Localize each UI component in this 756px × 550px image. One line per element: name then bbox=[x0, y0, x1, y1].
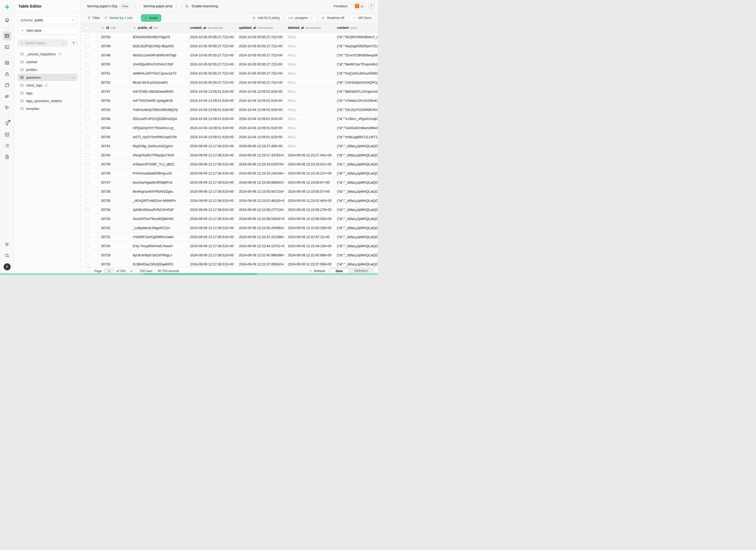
cell-content[interactable]: {"id":"3-O8cn_xPgs0cVxqKE bbox=[334, 114, 378, 123]
cell-updated_at[interactable]: 2024-09-09 12:22:37.955419+00 bbox=[236, 260, 285, 267]
schema-select[interactable]: schema:public bbox=[18, 16, 77, 24]
cell-public_id[interactable]: _La6pddxcKJIbgufATJ1n bbox=[130, 223, 187, 232]
cell-public_id[interactable]: DGEJfJZPQUV9Q-IBqsNSi bbox=[130, 42, 187, 50]
row-checkbox[interactable] bbox=[85, 199, 89, 203]
cell-id[interactable]: 30729 bbox=[98, 251, 130, 259]
cell-deleted_at[interactable]: NULL bbox=[285, 42, 334, 50]
cell-public_id[interactable]: zHDq4c0F0VBF_TL2_dBZ1 bbox=[130, 160, 187, 169]
cell-id[interactable]: 30748 bbox=[98, 51, 130, 59]
row-checkbox[interactable] bbox=[85, 108, 89, 112]
plan-badge[interactable]: Free bbox=[119, 4, 131, 9]
rail-item-advisors[interactable] bbox=[3, 119, 11, 128]
cell-created_at[interactable]: 2024-09-09 12:17:36.515+00 bbox=[187, 251, 236, 259]
search-tables-input[interactable] bbox=[25, 41, 60, 45]
cell-content[interactable]: {"id":"fvrQ1bXoJ6XaAD08G bbox=[334, 69, 378, 78]
cell-public_id[interactable]: 1hnRQjxSRm2V0VticY2NF bbox=[130, 60, 187, 69]
breadcrumb-org[interactable]: farming-paper's Org bbox=[87, 4, 117, 8]
cell-content[interactable]: {"id":"sTsWaLCPsVA2WuK2 bbox=[334, 96, 378, 105]
cell-public_id[interactable]: FHHUioa3bidd00BHyLeZt bbox=[130, 169, 187, 178]
cell-public_id[interactable]: XPQwDIqY6Y75SwDnU-qr_ bbox=[130, 123, 187, 132]
cell-content[interactable]: {"id":"_Id9aLyJpMHQLaiQC bbox=[334, 196, 378, 205]
cell-updated_at[interactable]: 2024-10-05 00:55:27.722+00 bbox=[236, 51, 285, 59]
cell-deleted_at[interactable]: NULL bbox=[285, 123, 334, 132]
rail-item-auth[interactable] bbox=[3, 70, 11, 78]
rail-item-database[interactable] bbox=[3, 58, 11, 67]
cell-updated_at[interactable]: 2024-09-09 12:23:27.459+00 bbox=[236, 142, 285, 150]
tab-data[interactable]: Data bbox=[330, 269, 349, 274]
cell-deleted_at[interactable]: NULL bbox=[285, 78, 334, 87]
cell-content[interactable]: {"id":"_Id9aLyJpMHQLaiQC bbox=[334, 160, 378, 169]
cell-content[interactable]: {"id":"rtHbLpgB8V11LUK7152 bbox=[334, 132, 378, 141]
cell-updated_at[interactable]: 2024-10-05 00:55:27.722+00 bbox=[236, 42, 285, 50]
cell-public_id[interactable]: NhXEo1Xw04FnB4RzWTNjb bbox=[130, 51, 187, 59]
row-checkbox[interactable] bbox=[85, 162, 89, 166]
cell-public_id[interactable]: xrETI_HyGY0mPMGVqtOTM bbox=[130, 132, 187, 141]
cell-updated_at[interactable]: 2024-09-09 12:22:59.277128+00 bbox=[236, 205, 285, 214]
cell-public_id[interactable]: RiqOV6p_5wihLeIAEQyhU bbox=[130, 142, 187, 150]
add-rls-policy-button[interactable]: Add RLS policy bbox=[249, 14, 283, 21]
cell-updated_at[interactable]: 2024-09-09 12:23:08.668542+00 bbox=[236, 178, 285, 187]
cell-created_at[interactable]: 2024-09-09 12:17:36.515+00 bbox=[187, 196, 236, 205]
row-checkbox[interactable] bbox=[85, 81, 89, 84]
rail-item-storage[interactable] bbox=[3, 81, 11, 90]
table-options-button[interactable]: … bbox=[71, 77, 75, 78]
cell-updated_at[interactable]: 2024-09-09 12:22:44.13721+00 bbox=[236, 242, 285, 250]
row-checkbox[interactable] bbox=[85, 144, 89, 148]
rail-item-edge-functions[interactable] bbox=[3, 103, 11, 112]
cell-created_at[interactable]: 2024-09-09 12:17:36.515+00 bbox=[187, 142, 236, 150]
refresh-button[interactable]: Refresh bbox=[309, 269, 325, 273]
column-header-deleted_at[interactable]: deleted_attimestamptz bbox=[285, 23, 334, 32]
column-menu-icon[interactable] bbox=[182, 26, 185, 29]
column-menu-icon[interactable] bbox=[124, 26, 127, 29]
cell-content[interactable]: {"id":"_Id9aLyJpMHQLaiQC bbox=[334, 205, 378, 214]
row-checkbox[interactable] bbox=[85, 217, 89, 221]
cell-updated_at[interactable]: 2024-10-04 13:09:01.519+00 bbox=[236, 105, 285, 114]
cell-id[interactable]: 30751 bbox=[98, 69, 130, 78]
cell-content[interactable]: {"id":"5b7j5Pz9WHBNmY_A bbox=[334, 32, 378, 41]
cell-content[interactable]: {"id":"_Id9aLyJpMHQLaiQC bbox=[334, 178, 378, 187]
row-checkbox[interactable] bbox=[85, 62, 89, 66]
cell-id[interactable]: 30750 bbox=[98, 60, 130, 69]
cell-content[interactable]: {"id":"4wyNgK55lOfrpmYZc bbox=[334, 42, 378, 50]
cell-created_at[interactable]: 2024-10-05 00:55:27.722+00 bbox=[187, 51, 236, 59]
cell-public_id[interactable]: Be4KignzoK9YRGNI3Zgks bbox=[130, 187, 187, 196]
realtime-toggle-button[interactable]: Realtime off bbox=[318, 14, 347, 21]
rail-item-logs[interactable] bbox=[3, 141, 11, 150]
cell-deleted_at[interactable]: NULL bbox=[285, 60, 334, 69]
help-button[interactable]: ? bbox=[368, 3, 375, 9]
row-checkbox[interactable] bbox=[85, 235, 89, 239]
cell-deleted_at[interactable]: 2024-09-09 12:22:44.138+00 bbox=[285, 242, 334, 250]
cell-public_id[interactable]: nxFT002ISeRE-Qobg3K3k bbox=[130, 96, 187, 105]
cell-created_at[interactable]: 2024-09-09 12:17:36.515+00 bbox=[187, 178, 236, 187]
row-checkbox[interactable] bbox=[85, 44, 89, 48]
cell-content[interactable]: {"id":"_Id9aLyJpMHQLaiQC bbox=[334, 187, 378, 196]
cell-content[interactable]: {"id":"_Id9aLyJpMHQLaiQC bbox=[334, 169, 378, 178]
cell-deleted_at[interactable]: 2024-09-09 12:22:56.033+00 bbox=[285, 214, 334, 223]
sidebar-table-cached[interactable]: cached bbox=[18, 58, 77, 65]
cell-deleted_at[interactable]: 2024-09-09 12:22:50.298+00 bbox=[285, 223, 334, 232]
cell-deleted_at[interactable]: NULL bbox=[285, 32, 334, 41]
row-checkbox[interactable] bbox=[85, 226, 89, 230]
column-menu-icon[interactable] bbox=[329, 26, 332, 29]
cell-public_id[interactable]: vrlh7CMD-JtM1bOweMHfA bbox=[130, 87, 187, 96]
sidebar-table-profiles[interactable]: profiles bbox=[18, 66, 77, 73]
cell-updated_at[interactable]: 2024-09-09 12:23:15.234146+00 bbox=[236, 169, 285, 178]
cell-deleted_at[interactable]: 2024-09-09 12:23:08.67+00 bbox=[285, 178, 334, 187]
cell-content[interactable]: {"id":"_Id9aLyJpMHQLaiQC bbox=[334, 251, 378, 259]
cell-public_id[interactable]: bzwXazHgax6UIR58j6Fn3 bbox=[130, 178, 187, 187]
cell-updated_at[interactable]: 2024-09-09 12:23:05.567216+00 bbox=[236, 187, 285, 196]
cell-id[interactable]: 30744 bbox=[98, 123, 130, 132]
cell-deleted_at[interactable]: 2024-09-09 12:22:47.22+00 bbox=[285, 232, 334, 241]
row-checkbox[interactable] bbox=[85, 171, 89, 175]
cell-public_id[interactable]: YwEmuWdqT38XoSB048QYp bbox=[130, 105, 187, 114]
enable-branching-button[interactable]: Enable branching bbox=[192, 4, 218, 8]
cell-updated_at[interactable]: 2024-10-04 13:09:01.519+00 bbox=[236, 132, 285, 141]
cell-deleted_at[interactable]: NULL bbox=[285, 142, 334, 150]
cell-deleted_at[interactable]: 2024-09-09 12:23:15.237+00 bbox=[285, 169, 334, 178]
cell-created_at[interactable]: 2024-10-05 00:55:27.722+00 bbox=[187, 42, 236, 50]
cell-updated_at[interactable]: 2024-09-09 12:22:56.03542+00 bbox=[236, 214, 285, 223]
breadcrumb-project[interactable]: farming-paper-prod bbox=[144, 4, 172, 8]
cell-id[interactable]: 30730 bbox=[98, 242, 130, 250]
sidebar-table-questions[interactable]: questions… bbox=[18, 74, 77, 81]
cell-public_id[interactable]: 8yUKotr9qGYjK2eFRhgLv bbox=[130, 251, 187, 259]
